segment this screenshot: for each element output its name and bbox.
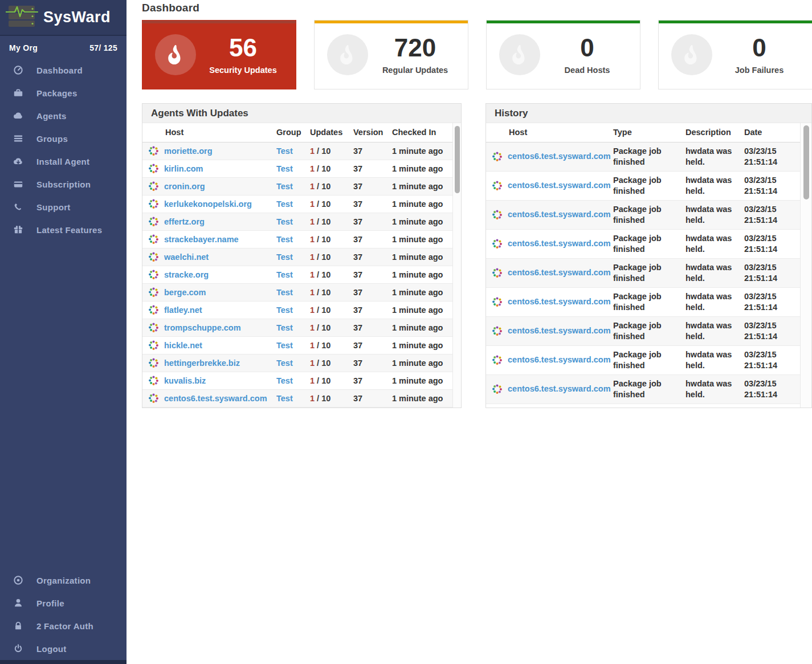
host-link[interactable]: flatley.net	[164, 305, 202, 315]
scrollbar-track	[452, 123, 461, 408]
host-link[interactable]: hickle.net	[164, 341, 202, 350]
host-link[interactable]: centos6.test.sysward.com	[164, 394, 267, 403]
stat-card-dead-hosts[interactable]: 0 Dead Hosts	[486, 20, 640, 89]
host-link[interactable]: trompschuppe.com	[164, 323, 241, 332]
host-link[interactable]: cronin.org	[164, 182, 205, 191]
host-link[interactable]: berge.com	[164, 288, 206, 297]
group-link[interactable]: Test	[276, 288, 293, 297]
host-link[interactable]: kirlin.com	[164, 164, 203, 173]
sidebar-item-label: Install Agent	[36, 157, 89, 166]
stat-card-regular-updates[interactable]: 720 Regular Updates	[314, 20, 468, 89]
host-link[interactable]: centos6.test.sysward.com	[508, 325, 611, 336]
org-row: My Org 57/ 125	[0, 37, 127, 59]
total-updates-count: / 10	[315, 182, 330, 191]
column-header-description: Description	[685, 123, 744, 142]
group-link[interactable]: Test	[276, 146, 293, 156]
host-link[interactable]: centos6.test.sysward.com	[508, 355, 611, 365]
sidebar-item-latest-features[interactable]: Latest Features	[0, 218, 127, 241]
stat-card-security-updates[interactable]: 56 Security Updates	[142, 20, 296, 89]
host-link[interactable]: stracke.org	[164, 270, 209, 279]
host-link[interactable]: moriette.org	[164, 146, 213, 156]
checked-in-cell: 1 minute ago	[392, 142, 453, 160]
table-row: moriette.org Test 1 / 10 37 1 minute ago	[142, 142, 453, 160]
os-distro-icon	[149, 376, 158, 385]
lock-icon	[13, 620, 24, 632]
sidebar-nav: Dashboard Packages Agents Groups Install…	[0, 59, 127, 241]
host-link[interactable]: kuvalis.biz	[164, 376, 206, 385]
total-updates-count: / 10	[315, 235, 330, 244]
group-link[interactable]: Test	[276, 305, 293, 315]
app-window: SysWard My Org 57/ 125 Dashboard Package…	[0, 0, 812, 664]
total-updates-count: / 10	[315, 394, 330, 403]
sidebar-item-install-agent[interactable]: Install Agent	[0, 150, 127, 173]
group-link[interactable]: Test	[276, 341, 293, 350]
host-link[interactable]: strackebayer.name	[164, 235, 239, 244]
host-link[interactable]: centos6.test.sysward.com	[508, 296, 611, 307]
sidebar-item-logout[interactable]: Logout	[0, 637, 127, 660]
sidebar-item-packages[interactable]: Packages	[0, 82, 127, 104]
group-link[interactable]: Test	[276, 164, 293, 173]
sidebar-item-support[interactable]: Support	[0, 195, 127, 218]
scrollbar-track	[800, 123, 811, 408]
host-link[interactable]: centos6.test.sysward.com	[508, 238, 611, 249]
main-content: Dashboard 56 Security Updates 720	[127, 0, 812, 664]
group-link[interactable]: Test	[276, 359, 293, 368]
group-link[interactable]: Test	[276, 252, 293, 262]
group-link[interactable]: Test	[276, 182, 293, 191]
stat-card-job-failures[interactable]: 0 Job Failures	[658, 20, 812, 89]
group-link[interactable]: Test	[276, 217, 293, 226]
host-link[interactable]: centos6.test.sysward.com	[508, 180, 611, 191]
sidebar-item-2factor-auth[interactable]: 2 Factor Auth	[0, 614, 127, 637]
sidebar-item-profile[interactable]: Profile	[0, 592, 127, 614]
group-link[interactable]: Test	[276, 270, 293, 279]
sidebar-item-subscription[interactable]: Subscription	[0, 173, 127, 195]
os-distro-icon	[149, 393, 158, 403]
sidebar-item-agents[interactable]: Agents	[0, 104, 127, 127]
group-link[interactable]: Test	[276, 199, 293, 209]
host-link[interactable]: centos6.test.sysward.com	[508, 267, 611, 278]
brand-name: SysWard	[43, 9, 111, 26]
sidebar-item-organization[interactable]: Organization	[0, 569, 127, 592]
host-link[interactable]: centos6.test.sysward.com	[508, 384, 611, 394]
os-distro-icon	[492, 181, 502, 190]
table-row: flatley.net Test 1 / 10 37 1 minute ago	[142, 301, 453, 319]
os-distro-icon	[149, 270, 158, 279]
sidebar-item-dashboard[interactable]: Dashboard	[0, 59, 127, 82]
sidebar-item-groups[interactable]: Groups	[0, 127, 127, 150]
cloud-download-icon	[13, 156, 24, 167]
os-distro-icon	[492, 297, 502, 307]
sidebar-item-label: Dashboard	[36, 66, 83, 75]
host-link[interactable]: centos6.test.sysward.com	[508, 151, 611, 162]
security-updates-count: 1	[310, 376, 315, 385]
description-cell: hwdata was held.	[685, 316, 744, 345]
sidebar-item-label: Packages	[36, 88, 77, 98]
os-distro-icon	[149, 252, 158, 262]
host-link[interactable]: kerlukekonopelski.org	[164, 199, 252, 209]
column-header-date: Date	[744, 123, 800, 142]
host-link[interactable]: hettingerbrekke.biz	[164, 359, 240, 368]
group-link[interactable]: Test	[276, 394, 293, 403]
checked-in-cell: 1 minute ago	[392, 230, 453, 248]
table-row: berge.com Test 1 / 10 37 1 minute ago	[142, 283, 453, 301]
group-link[interactable]: Test	[276, 323, 293, 332]
credit-card-icon	[13, 178, 24, 190]
phone-icon	[13, 201, 24, 213]
security-updates-count: 1	[310, 270, 315, 279]
host-link[interactable]: effertz.org	[164, 217, 205, 226]
os-distro-icon	[149, 181, 158, 191]
type-cell: Package job finished	[613, 287, 685, 316]
total-updates-count: / 10	[315, 305, 330, 315]
os-distro-icon	[149, 164, 158, 173]
description-cell: hwdata was held.	[685, 171, 744, 200]
logo-bar[interactable]: SysWard	[0, 0, 127, 36]
table-row: centos6.test.sysward.com Package job fin…	[486, 258, 800, 287]
host-link[interactable]: centos6.test.sysward.com	[508, 209, 611, 220]
column-header-group: Group	[276, 123, 310, 142]
gift-icon	[13, 224, 24, 235]
host-link[interactable]: waelchi.net	[164, 252, 209, 262]
stat-label: Job Failures	[735, 66, 784, 75]
scrollbar-thumb[interactable]	[455, 126, 460, 193]
scrollbar-thumb[interactable]	[803, 125, 809, 199]
group-link[interactable]: Test	[276, 376, 293, 385]
group-link[interactable]: Test	[276, 235, 293, 244]
